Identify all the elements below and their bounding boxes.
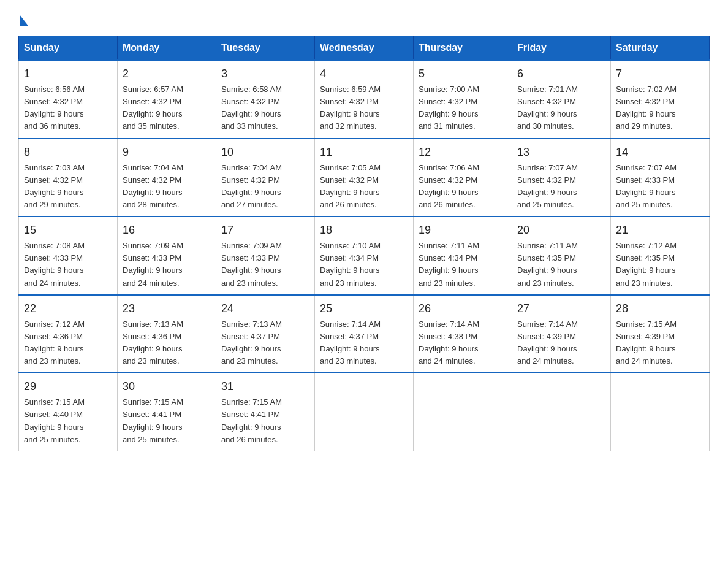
- day-info: Sunrise: 7:15 AMSunset: 4:40 PMDaylight:…: [24, 397, 85, 443]
- calendar-week-row: 15 Sunrise: 7:08 AMSunset: 4:33 PMDaylig…: [19, 216, 710, 295]
- day-number: 8: [24, 144, 112, 161]
- day-number: 27: [517, 301, 605, 317]
- day-info: Sunrise: 7:15 AMSunset: 4:41 PMDaylight:…: [221, 397, 282, 443]
- day-info: Sunrise: 7:14 AMSunset: 4:38 PMDaylight:…: [419, 320, 479, 366]
- day-number: 19: [419, 222, 507, 239]
- calendar-cell: 19 Sunrise: 7:11 AMSunset: 4:34 PMDaylig…: [414, 216, 512, 295]
- day-number: 23: [123, 301, 211, 317]
- calendar-cell: 23 Sunrise: 7:13 AMSunset: 4:36 PMDaylig…: [118, 295, 216, 373]
- day-number: 26: [419, 301, 507, 317]
- day-info: Sunrise: 7:14 AMSunset: 4:39 PMDaylight:…: [517, 320, 578, 366]
- logo-triangle-icon: [20, 15, 28, 26]
- calendar-cell: [611, 373, 710, 451]
- calendar-cell: 31 Sunrise: 7:15 AMSunset: 4:41 PMDaylig…: [216, 373, 315, 451]
- day-number: 20: [517, 222, 605, 239]
- day-info: Sunrise: 7:11 AMSunset: 4:35 PMDaylight:…: [517, 241, 578, 287]
- day-number: 1: [24, 66, 112, 82]
- calendar-table: SundayMondayTuesdayWednesdayThursdayFrid…: [18, 36, 710, 451]
- day-number: 12: [419, 144, 507, 161]
- day-info: Sunrise: 6:57 AMSunset: 4:32 PMDaylight:…: [123, 85, 183, 131]
- calendar-cell: 11 Sunrise: 7:05 AMSunset: 4:32 PMDaylig…: [315, 139, 414, 217]
- calendar-cell: 5 Sunrise: 7:00 AMSunset: 4:32 PMDayligh…: [414, 60, 512, 139]
- calendar-cell: 7 Sunrise: 7:02 AMSunset: 4:32 PMDayligh…: [611, 60, 710, 139]
- day-number: 14: [616, 144, 704, 161]
- calendar-cell: 17 Sunrise: 7:09 AMSunset: 4:33 PMDaylig…: [216, 216, 315, 295]
- day-info: Sunrise: 7:09 AMSunset: 4:33 PMDaylight:…: [123, 241, 183, 287]
- calendar-cell: 25 Sunrise: 7:14 AMSunset: 4:37 PMDaylig…: [315, 295, 414, 373]
- calendar-cell: 6 Sunrise: 7:01 AMSunset: 4:32 PMDayligh…: [512, 60, 611, 139]
- calendar-cell: 21 Sunrise: 7:12 AMSunset: 4:35 PMDaylig…: [611, 216, 710, 295]
- day-info: Sunrise: 7:04 AMSunset: 4:32 PMDaylight:…: [123, 163, 183, 209]
- day-number: 16: [123, 222, 211, 239]
- day-info: Sunrise: 7:02 AMSunset: 4:32 PMDaylight:…: [616, 85, 677, 131]
- day-number: 29: [24, 378, 112, 395]
- calendar-cell: 2 Sunrise: 6:57 AMSunset: 4:32 PMDayligh…: [118, 60, 216, 139]
- day-info: Sunrise: 7:12 AMSunset: 4:35 PMDaylight:…: [616, 241, 677, 287]
- day-info: Sunrise: 7:09 AMSunset: 4:33 PMDaylight:…: [221, 241, 282, 287]
- calendar-cell: 15 Sunrise: 7:08 AMSunset: 4:33 PMDaylig…: [19, 216, 118, 295]
- calendar-cell: 9 Sunrise: 7:04 AMSunset: 4:32 PMDayligh…: [118, 139, 216, 217]
- days-of-week-row: SundayMondayTuesdayWednesdayThursdayFrid…: [19, 36, 710, 61]
- calendar-cell: 3 Sunrise: 6:58 AMSunset: 4:32 PMDayligh…: [216, 60, 315, 139]
- calendar-cell: 29 Sunrise: 7:15 AMSunset: 4:40 PMDaylig…: [19, 373, 118, 451]
- calendar-cell: 18 Sunrise: 7:10 AMSunset: 4:34 PMDaylig…: [315, 216, 414, 295]
- logo: [18, 12, 28, 23]
- calendar-cell: 24 Sunrise: 7:13 AMSunset: 4:37 PMDaylig…: [216, 295, 315, 373]
- day-info: Sunrise: 7:13 AMSunset: 4:36 PMDaylight:…: [123, 320, 183, 366]
- calendar-cell: 16 Sunrise: 7:09 AMSunset: 4:33 PMDaylig…: [118, 216, 216, 295]
- calendar-cell: 30 Sunrise: 7:15 AMSunset: 4:41 PMDaylig…: [118, 373, 216, 451]
- calendar-cell: 28 Sunrise: 7:15 AMSunset: 4:39 PMDaylig…: [611, 295, 710, 373]
- day-number: 25: [320, 301, 408, 317]
- day-number: 2: [123, 66, 211, 82]
- calendar-week-row: 8 Sunrise: 7:03 AMSunset: 4:32 PMDayligh…: [19, 139, 710, 217]
- calendar-cell: 1 Sunrise: 6:56 AMSunset: 4:32 PMDayligh…: [19, 60, 118, 139]
- day-info: Sunrise: 6:58 AMSunset: 4:32 PMDaylight:…: [221, 85, 282, 131]
- day-of-week-header: Wednesday: [315, 36, 414, 61]
- day-number: 30: [123, 378, 211, 395]
- day-of-week-header: Saturday: [611, 36, 710, 61]
- calendar-cell: [414, 373, 512, 451]
- day-info: Sunrise: 7:14 AMSunset: 4:37 PMDaylight:…: [320, 320, 381, 366]
- day-number: 15: [24, 222, 112, 239]
- day-of-week-header: Friday: [512, 36, 611, 61]
- day-info: Sunrise: 7:12 AMSunset: 4:36 PMDaylight:…: [24, 320, 85, 366]
- day-info: Sunrise: 7:13 AMSunset: 4:37 PMDaylight:…: [221, 320, 282, 366]
- calendar-week-row: 1 Sunrise: 6:56 AMSunset: 4:32 PMDayligh…: [19, 60, 710, 139]
- day-number: 11: [320, 144, 408, 161]
- day-number: 10: [221, 144, 309, 161]
- day-of-week-header: Tuesday: [216, 36, 315, 61]
- day-info: Sunrise: 7:07 AMSunset: 4:32 PMDaylight:…: [517, 163, 578, 209]
- day-info: Sunrise: 7:15 AMSunset: 4:41 PMDaylight:…: [123, 397, 183, 443]
- calendar-cell: 26 Sunrise: 7:14 AMSunset: 4:38 PMDaylig…: [414, 295, 512, 373]
- day-number: 9: [123, 144, 211, 161]
- day-number: 31: [221, 378, 309, 395]
- day-number: 17: [221, 222, 309, 239]
- day-number: 6: [517, 66, 605, 82]
- calendar-cell: 27 Sunrise: 7:14 AMSunset: 4:39 PMDaylig…: [512, 295, 611, 373]
- calendar-week-row: 22 Sunrise: 7:12 AMSunset: 4:36 PMDaylig…: [19, 295, 710, 373]
- day-info: Sunrise: 6:59 AMSunset: 4:32 PMDaylight:…: [320, 85, 381, 131]
- day-info: Sunrise: 7:15 AMSunset: 4:39 PMDaylight:…: [616, 320, 677, 366]
- day-info: Sunrise: 7:11 AMSunset: 4:34 PMDaylight:…: [419, 241, 479, 287]
- day-number: 21: [616, 222, 704, 239]
- day-info: Sunrise: 7:10 AMSunset: 4:34 PMDaylight:…: [320, 241, 381, 287]
- day-number: 24: [221, 301, 309, 317]
- calendar-cell: 4 Sunrise: 6:59 AMSunset: 4:32 PMDayligh…: [315, 60, 414, 139]
- day-of-week-header: Thursday: [414, 36, 512, 61]
- day-number: 7: [616, 66, 704, 82]
- day-info: Sunrise: 7:03 AMSunset: 4:32 PMDaylight:…: [24, 163, 85, 209]
- calendar-cell: [512, 373, 611, 451]
- day-info: Sunrise: 7:07 AMSunset: 4:33 PMDaylight:…: [616, 163, 677, 209]
- calendar-cell: 8 Sunrise: 7:03 AMSunset: 4:32 PMDayligh…: [19, 139, 118, 217]
- day-info: Sunrise: 7:04 AMSunset: 4:32 PMDaylight:…: [221, 163, 282, 209]
- day-info: Sunrise: 7:06 AMSunset: 4:32 PMDaylight:…: [419, 163, 479, 209]
- calendar-cell: 13 Sunrise: 7:07 AMSunset: 4:32 PMDaylig…: [512, 139, 611, 217]
- day-info: Sunrise: 7:01 AMSunset: 4:32 PMDaylight:…: [517, 85, 578, 131]
- day-number: 22: [24, 301, 112, 317]
- calendar-cell: 14 Sunrise: 7:07 AMSunset: 4:33 PMDaylig…: [611, 139, 710, 217]
- day-number: 28: [616, 301, 704, 317]
- day-info: Sunrise: 7:00 AMSunset: 4:32 PMDaylight:…: [419, 85, 479, 131]
- calendar-cell: 10 Sunrise: 7:04 AMSunset: 4:32 PMDaylig…: [216, 139, 315, 217]
- calendar-cell: 22 Sunrise: 7:12 AMSunset: 4:36 PMDaylig…: [19, 295, 118, 373]
- day-number: 5: [419, 66, 507, 82]
